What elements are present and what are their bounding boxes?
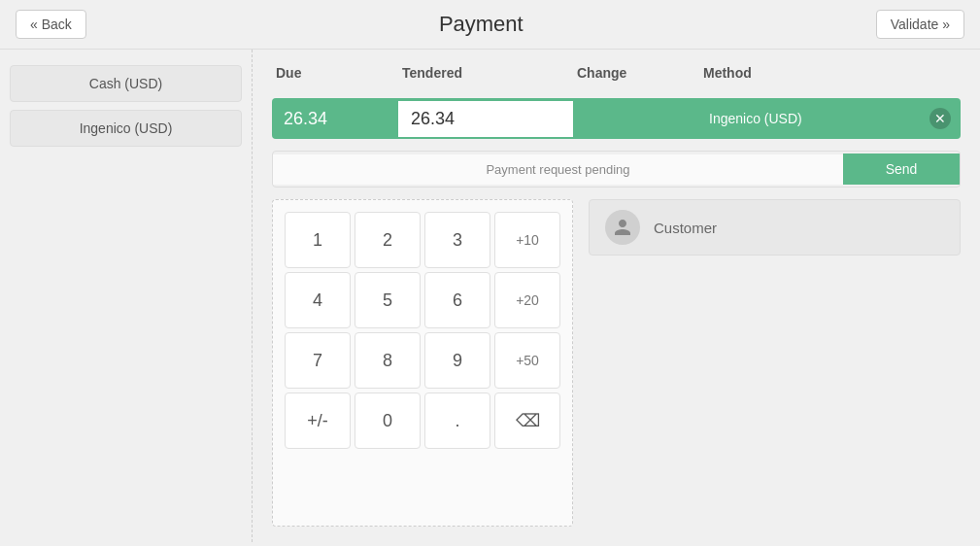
numpad-btn----[interactable]: +/-	[285, 392, 351, 449]
payment-methods-panel: Cash (USD) Ingenico (USD)	[0, 50, 253, 542]
validate-button[interactable]: Validate »	[876, 10, 964, 39]
numpad-btn-8[interactable]: 8	[355, 332, 421, 389]
right-panel: Due Tendered Change Method 26.34 Ingenic…	[253, 50, 980, 542]
col-method: Method	[703, 65, 957, 81]
status-text: Payment request pending	[273, 154, 843, 185]
numpad-btn--[interactable]: .	[424, 392, 490, 449]
numpad-btn--10[interactable]: +10	[494, 212, 560, 268]
change-amount	[573, 111, 699, 126]
method-label-row: Ingenico (USD) ✕	[699, 100, 961, 137]
col-due: Due	[276, 65, 402, 81]
numpad-btn-0[interactable]: 0	[355, 392, 421, 449]
numpad-btn-9[interactable]: 9	[424, 332, 490, 389]
customer-panel: Customer	[589, 199, 961, 527]
numpad-btn-5[interactable]: 5	[355, 272, 421, 328]
numpad-btn-3[interactable]: 3	[424, 212, 490, 268]
back-button[interactable]: « Back	[16, 10, 86, 39]
bottom-area: 123+10456+20789+50+/-0.⌫ Customer	[272, 199, 961, 527]
tendered-input[interactable]	[398, 101, 573, 137]
numpad-btn--20[interactable]: +20	[494, 272, 560, 328]
due-amount: 26.34	[272, 101, 398, 137]
customer-button[interactable]: Customer	[589, 199, 961, 256]
numpad-btn-6[interactable]: 6	[424, 272, 490, 328]
payment-row: 26.34 Ingenico (USD) ✕	[272, 98, 961, 139]
numpad-btn-4[interactable]: 4	[285, 272, 351, 328]
numpad: 123+10456+20789+50+/-0.⌫	[272, 199, 573, 527]
method-name: Ingenico (USD)	[709, 111, 802, 126]
page-title: Payment	[439, 12, 524, 37]
col-change: Change	[577, 65, 703, 81]
customer-label: Customer	[654, 220, 717, 236]
person-icon	[613, 218, 632, 237]
method-cash-button[interactable]: Cash (USD)	[10, 65, 242, 102]
col-tendered: Tendered	[402, 65, 577, 81]
send-button[interactable]: Send	[843, 154, 960, 185]
remove-method-button[interactable]: ✕	[929, 108, 951, 129]
numpad-btn-7[interactable]: 7	[285, 332, 351, 389]
customer-icon-circle	[605, 210, 640, 245]
numpad-btn--50[interactable]: +50	[494, 332, 560, 389]
payment-table-header: Due Tendered Change Method	[272, 65, 961, 86]
header: « Back Payment Validate »	[0, 0, 980, 50]
main-layout: Cash (USD) Ingenico (USD) Due Tendered C…	[0, 50, 980, 542]
status-row: Payment request pending Send	[272, 151, 961, 188]
numpad-btn-2[interactable]: 2	[355, 212, 421, 268]
numpad-btn--[interactable]: ⌫	[494, 392, 560, 449]
method-ingenico-button[interactable]: Ingenico (USD)	[10, 110, 242, 147]
numpad-btn-1[interactable]: 1	[285, 212, 351, 268]
